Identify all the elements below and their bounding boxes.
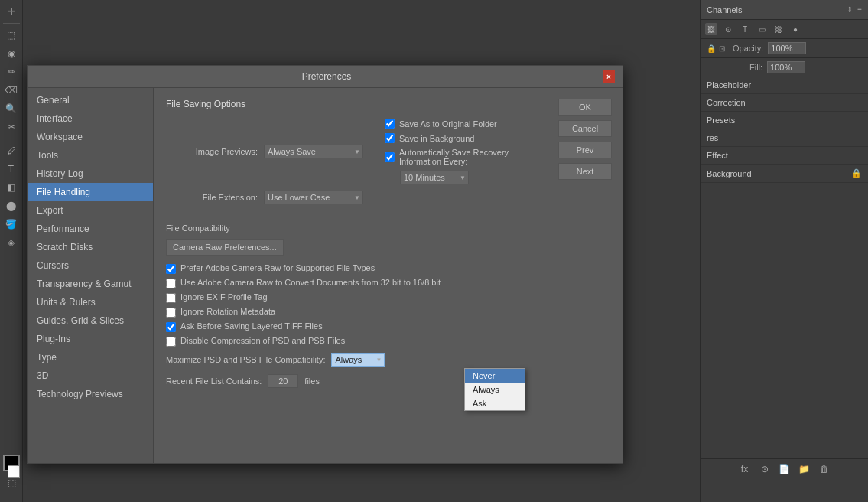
nav-plug-ins[interactable]: Plug-Ins [28,330,153,348]
nav-type[interactable]: Type [28,348,153,367]
layer-correction[interactable]: Correction [701,94,868,112]
nav-file-handling[interactable]: File Handling [28,183,153,201]
channels-dot-icon[interactable]: ● [789,23,801,35]
nav-units-rulers[interactable]: Units & Rulers [28,293,153,311]
layer-background[interactable]: Background 🔒 [701,165,868,183]
toolbar-icon-2[interactable]: ◉ [3,45,20,62]
compat-label-2: Ignore EXIF Profile Tag [180,292,268,302]
image-previews-label: Image Previews: [166,147,258,156]
opacity-input[interactable] [768,42,806,54]
next-button[interactable]: Next [558,163,612,180]
file-extension-label: File Extension: [166,193,258,202]
image-previews-row: Image Previews: Always Save Never Save A… [166,119,610,184]
nav-export[interactable]: Export [28,201,153,220]
channels-fx-icon[interactable]: fx [738,462,752,476]
toolbar-icon-6[interactable]: ✂ [3,119,20,135]
toolbar-icon-8[interactable]: T [3,161,20,178]
recent-input[interactable] [268,374,298,388]
interval-select[interactable]: 10 Minutes 5 Minutes 15 Minutes 30 Minut… [400,171,469,184]
opacity-label: Opacity: [733,44,763,53]
layer-presets[interactable]: Presets [701,112,868,129]
compat-checkbox-3[interactable] [166,308,176,318]
compat-checkbox-4[interactable] [166,322,176,332]
nav-interface[interactable]: Interface [28,109,153,128]
fill-label: Fill: [749,63,762,72]
auto-save-row: Automatically Save Recovery Information … [385,148,509,166]
nav-performance[interactable]: Performance [28,220,153,238]
channels-page-icon[interactable]: 📄 [778,462,792,476]
save-original-checkbox[interactable] [385,119,395,129]
dropdown-option-never[interactable]: Never [465,369,525,383]
channels-folder-icon[interactable]: 📁 [798,462,811,476]
bottom-toolbar-icon[interactable]: ⬚ [3,474,20,491]
channels-text-icon[interactable]: T [739,23,751,35]
auto-save-label: Automatically Save Recovery Information … [399,148,509,166]
save-background-label: Save in Background [399,134,474,143]
nav-history-log[interactable]: History Log [28,165,153,183]
maximize-select[interactable]: Always Never Ask [331,353,385,367]
collapse-icon[interactable]: ⇕ [847,5,853,14]
compat-label-5: Disable Compression of PSD and PSB Files [180,336,345,345]
compat-checkbox-5[interactable] [166,337,176,347]
save-original-label: Save As to Original Folder [399,119,497,129]
cancel-button[interactable]: Cancel [558,120,612,137]
ok-button[interactable]: OK [558,99,612,116]
layer-placeholder[interactable]: Placeholder [701,77,868,94]
nav-scratch-disks[interactable]: Scratch Disks [28,238,153,256]
toolbar-icon-12[interactable]: ◈ [3,234,20,251]
toolbar-icon-4[interactable]: ⌫ [3,82,20,99]
recent-unit: files [304,376,320,386]
toolbar-icon-11[interactable]: 🪣 [3,216,20,233]
channels-header: Channels ⇕ ≡ [701,0,868,20]
prev-button[interactable]: Prev [558,142,612,158]
channels-image-icon[interactable]: 🖼 [705,23,717,35]
channels-circle2-icon[interactable]: ⊙ [758,462,772,476]
maximize-row: Maximize PSD and PSB File Compatibility:… [166,353,610,367]
file-extension-select[interactable]: Use Lower Case Use Upper Case [264,191,363,204]
recent-label: Recent File List Contains: [166,376,262,386]
compat-check-0: Prefer Adobe Camera Raw for Supported Fi… [166,263,610,274]
lock-icon-2[interactable]: ⊡ [719,44,725,53]
compat-checkbox-2[interactable] [166,293,176,303]
toolbar-icon-5[interactable]: 🔍 [3,100,20,117]
compat-label-4: Ask Before Saving Layered TIFF Files [180,321,323,331]
channels-chain-icon[interactable]: ⛓ [772,23,785,35]
file-saving-title: File Saving Options [166,99,610,109]
maximize-dropdown-popup: Never Always Ask [464,368,525,411]
dropdown-option-always[interactable]: Always [465,383,525,396]
toolbar-icon-3[interactable]: ✏ [3,64,20,80]
layer-res[interactable]: res [701,129,868,147]
compat-checkbox-0[interactable] [166,264,176,274]
lock-icon-1[interactable]: 🔒 [707,44,716,53]
bottom-icons-row: fx ⊙ 📄 📁 🗑 [701,458,868,479]
toolbar-icon-9[interactable]: ◧ [3,179,20,196]
channels-trash-icon[interactable]: 🗑 [818,462,831,476]
auto-save-checkbox[interactable] [385,152,395,162]
nav-cursors[interactable]: Cursors [28,256,153,275]
image-previews-select[interactable]: Always Save Never Save Ask When Saving [264,145,363,158]
save-background-checkbox[interactable] [385,133,395,143]
camera-raw-btn[interactable]: Camera Raw Preferences... [166,239,284,256]
channels-rect-icon[interactable]: ▭ [756,23,768,35]
toolbar-icon-10[interactable]: ⬤ [3,197,20,214]
compat-check-4: Ask Before Saving Layered TIFF Files [166,321,610,332]
fill-input[interactable] [767,61,805,73]
toolbar-icon-1[interactable]: ⬚ [3,27,20,44]
channels-circle-icon[interactable]: ⊙ [722,23,734,35]
nav-workspace[interactable]: Workspace [28,128,153,146]
nav-guides-grid[interactable]: Guides, Grid & Slices [28,311,153,330]
nav-general[interactable]: General [28,91,153,109]
menu-icon[interactable]: ≡ [857,5,862,14]
toolbar-icon-7[interactable]: 🖊 [3,142,20,159]
close-button[interactable]: × [603,70,615,83]
fill-row: Fill: [701,58,868,77]
background-lock-icon: 🔒 [851,168,862,178]
nav-transparency-gamut[interactable]: Transparency & Gamut [28,275,153,293]
compat-checkbox-1[interactable] [166,279,176,288]
layer-effect[interactable]: Effect [701,147,868,165]
move-tool-icon[interactable]: ✛ [3,3,20,20]
nav-tools[interactable]: Tools [28,146,153,165]
nav-tech-previews[interactable]: Technology Previews [28,385,153,403]
dropdown-option-ask[interactable]: Ask [465,396,525,410]
nav-3d[interactable]: 3D [28,367,153,385]
